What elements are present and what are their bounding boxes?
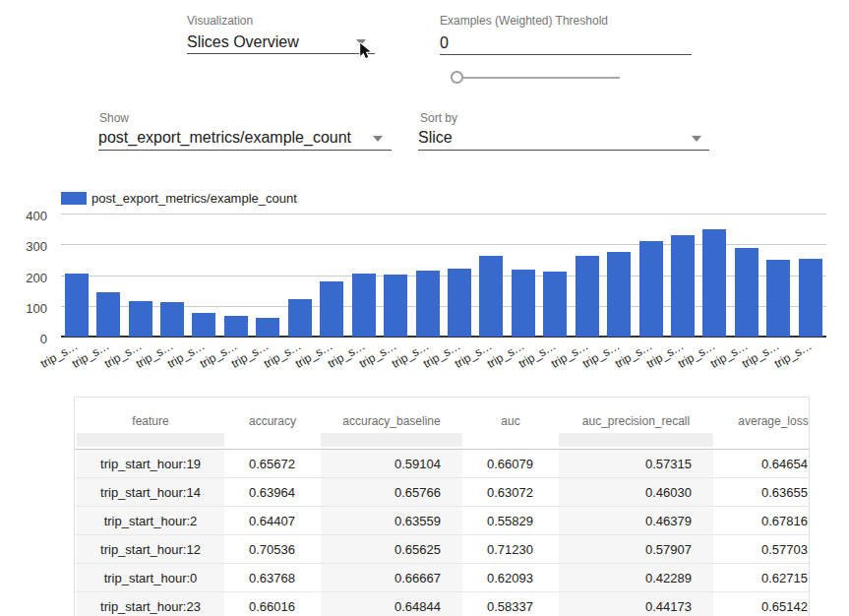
metric-cell: 0.64407 <box>226 507 319 534</box>
bar[interactable] <box>160 302 184 336</box>
bar[interactable] <box>512 270 535 337</box>
bar[interactable] <box>416 271 440 336</box>
filter-input[interactable] <box>559 433 713 447</box>
table-row[interactable]: trip_start_hour:20.644070.635590.558290.… <box>75 506 810 534</box>
y-axis-tick-label: 200 <box>8 272 47 284</box>
bar[interactable] <box>256 318 279 337</box>
bar[interactable] <box>799 259 822 337</box>
filter-input[interactable] <box>466 433 555 447</box>
bar[interactable] <box>702 229 726 337</box>
metric-cell: 0.63655 <box>715 478 810 506</box>
table-row[interactable]: trip_start_hour:140.639640.657660.630720… <box>75 477 810 506</box>
bar[interactable] <box>96 292 120 336</box>
sort-by-caret-icon[interactable] <box>692 136 701 142</box>
filter-cell <box>319 431 464 449</box>
metric-cell: 0.64844 <box>319 592 464 616</box>
feature-cell: trip_start_hour:12 <box>75 535 226 563</box>
table-row[interactable]: trip_start_hour:120.705360.656250.712300… <box>75 534 810 563</box>
metric-cell: 0.63768 <box>226 564 319 591</box>
y-axis-tick-label: 100 <box>8 302 47 315</box>
column-header-auc_precision_recall[interactable]: auc_precision_recall <box>557 398 715 431</box>
filter-cell <box>75 431 226 449</box>
column-header-feature[interactable]: feature <box>75 398 226 431</box>
sort-by-label: Sort by <box>420 112 457 124</box>
filter-cell <box>226 431 319 449</box>
metric-cell: 0.57907 <box>557 535 715 563</box>
show-caret-icon[interactable] <box>373 136 383 142</box>
bar[interactable] <box>65 274 89 337</box>
metric-cell: 0.67816 <box>715 507 810 534</box>
metric-cell: 0.65766 <box>319 478 464 506</box>
metric-cell: 0.70536 <box>226 535 319 563</box>
metric-cell: 0.63964 <box>226 478 319 506</box>
feature-cell: trip_start_hour:19 <box>75 450 226 477</box>
metric-cell: 0.63559 <box>319 507 464 534</box>
bar[interactable] <box>352 274 376 337</box>
gridline <box>61 214 827 215</box>
show-select[interactable]: post_export_metrics/example_count <box>98 130 351 146</box>
bar[interactable] <box>448 269 471 337</box>
filter-cell <box>464 431 557 449</box>
y-axis-tick-label: 0 <box>8 333 47 345</box>
visualization-underline <box>187 53 375 54</box>
filter-input[interactable] <box>321 433 462 447</box>
bar[interactable] <box>576 256 599 336</box>
table-header-row: featureaccuracyaccuracy_baselineaucauc_p… <box>75 398 810 431</box>
column-header-accuracy_baseline[interactable]: accuracy_baseline <box>319 398 464 431</box>
metric-cell: 0.66667 <box>319 564 464 591</box>
bar[interactable] <box>735 248 758 337</box>
bar[interactable] <box>129 301 152 336</box>
filter-input[interactable] <box>228 433 317 447</box>
metric-cell: 0.44173 <box>557 592 715 616</box>
filter-cell <box>715 431 810 449</box>
metric-cell: 0.46030 <box>557 478 715 506</box>
show-underline <box>98 150 392 151</box>
column-header-average_loss[interactable]: average_loss <box>715 398 810 431</box>
metric-cell: 0.59104 <box>319 450 464 477</box>
bar[interactable] <box>384 275 407 337</box>
threshold-slider-track[interactable] <box>455 77 620 79</box>
visualization-label: Visualization <box>187 15 253 27</box>
feature-cell: trip_start_hour:2 <box>75 507 226 534</box>
metric-cell: 0.57703 <box>715 535 810 563</box>
column-header-accuracy[interactable]: accuracy <box>226 398 319 431</box>
table-row[interactable]: trip_start_hour:190.656720.591040.660790… <box>75 449 810 477</box>
threshold-input[interactable]: 0 <box>440 35 449 51</box>
bar[interactable] <box>639 241 663 337</box>
bar[interactable] <box>766 260 790 337</box>
show-label: Show <box>99 112 129 124</box>
filter-cell <box>557 431 715 449</box>
table-row[interactable]: trip_start_hour:00.637680.666670.620930.… <box>75 563 810 591</box>
bar[interactable] <box>671 235 695 337</box>
metric-cell: 0.55829 <box>464 507 557 534</box>
threshold-slider-knob[interactable] <box>451 71 463 84</box>
threshold-label: Examples (Weighted) Threshold <box>440 15 608 27</box>
metrics-table: featureaccuracyaccuracy_baselineaucauc_p… <box>74 397 810 616</box>
feature-cell: trip_start_hour:23 <box>75 592 226 616</box>
filter-input[interactable] <box>717 433 810 447</box>
y-axis-tick-label: 300 <box>8 240 47 253</box>
metric-cell: 0.71230 <box>464 535 557 563</box>
table-row[interactable]: trip_start_hour:230.660160.648440.583370… <box>75 591 810 616</box>
metric-cell: 0.57315 <box>557 450 715 477</box>
bar[interactable] <box>320 281 343 337</box>
legend-label: post_export_metrics/example_count <box>91 192 297 205</box>
column-header-auc[interactable]: auc <box>464 398 557 431</box>
bar[interactable] <box>192 313 215 336</box>
metric-cell: 0.64654 <box>715 450 810 477</box>
bar[interactable] <box>288 299 312 336</box>
visualization-select[interactable]: Slices Overview <box>187 34 299 50</box>
feature-cell: trip_start_hour:14 <box>75 478 226 506</box>
feature-cell: trip_start_hour:0 <box>75 564 226 591</box>
bar[interactable] <box>224 316 248 336</box>
bar[interactable] <box>543 272 567 336</box>
filter-input[interactable] <box>77 433 224 447</box>
sort-by-select[interactable]: Slice <box>418 130 453 146</box>
metric-cell: 0.66016 <box>226 592 319 616</box>
bar[interactable] <box>479 256 503 337</box>
legend-swatch <box>61 192 87 205</box>
bar[interactable] <box>607 252 631 337</box>
threshold-underline <box>440 54 692 55</box>
metric-cell: 0.62715 <box>715 564 810 591</box>
metric-cell: 0.65672 <box>226 450 319 477</box>
